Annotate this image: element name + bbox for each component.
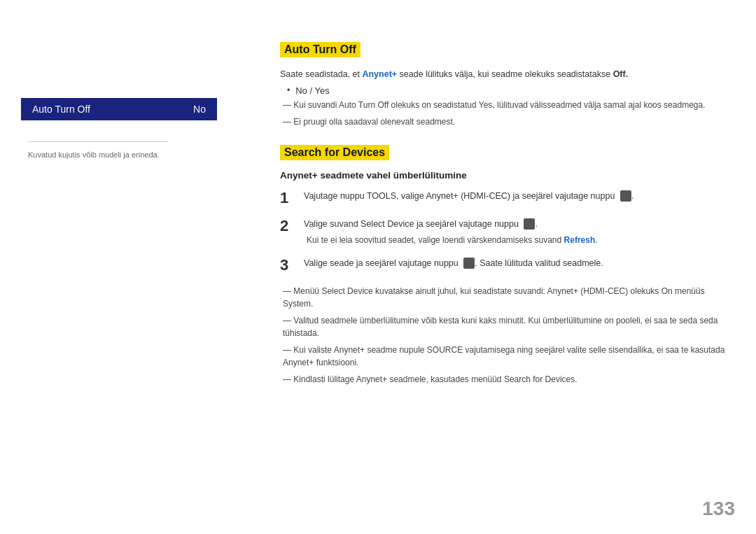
menu-item-label: Auto Turn Off <box>32 104 90 115</box>
section-heading-auto-turn-off: Auto Turn Off <box>280 42 360 57</box>
section-auto-turn-off: Auto Turn Off Saate seadistada, et Anyne… <box>280 42 728 128</box>
note3-source: SOURCE <box>427 345 463 355</box>
sidebar: Auto Turn Off No Kuvatud kujutis võib mu… <box>0 0 266 534</box>
menu-item-auto-turn-off[interactable]: Auto Turn Off No <box>21 98 217 120</box>
button-icon-2 <box>524 218 535 230</box>
step-1-content: Vajutage nuppu TOOLS, valige Anynet+ (HD… <box>304 189 728 203</box>
menu-item-value: No <box>193 104 206 115</box>
note1-system: System <box>283 299 311 309</box>
section-search-devices: Search for Devices Anynet+ seadmete vahe… <box>280 145 728 386</box>
step-1-number: 1 <box>280 189 294 207</box>
note-4: Kindlasti lülitage Anynet+ seadmele, kas… <box>283 373 728 386</box>
step-2: 2 Valige suvand Select Device ja seejäre… <box>280 217 728 246</box>
note1-on: On <box>662 286 673 296</box>
note4-anynet: Anynet+ <box>356 374 387 384</box>
section-heading-search-devices: Search for Devices <box>280 145 389 160</box>
subsection-heading: Anynet+ seadmete vahel ümberlülitumine <box>280 170 728 181</box>
page-number: 133 <box>702 498 735 520</box>
button-icon-1 <box>620 190 631 202</box>
step-2-content: Valige suvand Select Device ja seejärel … <box>304 217 728 246</box>
bullet-no-yes-text: No / Yes <box>295 85 329 96</box>
select-device-label: Select Device <box>360 219 414 229</box>
bullet-dot: • <box>287 85 290 95</box>
button-icon-3 <box>463 258 475 269</box>
anynet-hdmi-label: Anynet+ (HDMI-CEC) <box>426 191 510 201</box>
note1-anynet-hdmi: Anynet+ (HDMI-CEC) <box>547 286 629 296</box>
step-1: 1 Vajutage nuppu TOOLS, valige Anynet+ (… <box>280 189 728 207</box>
bullet-no-yes: • No / Yes <box>287 85 728 96</box>
note4-search: Search for Devices <box>504 374 575 384</box>
page-container: Auto Turn Off No Kuvatud kujutis võib mu… <box>0 0 756 534</box>
main-content: Auto Turn Off Saate seadistada, et Anyne… <box>266 0 756 534</box>
intro-text: Saate seadistada, et Anynet+ seade lülit… <box>280 67 728 81</box>
note-unavailable: Ei pruugi olla saadaval olenevalt seadme… <box>283 115 728 128</box>
step-3-number: 3 <box>280 256 294 274</box>
auto-turn-off-note-label: Auto Turn Off <box>339 100 388 110</box>
step-3-content: Valige seade ja seejärel vajutage nuppu … <box>304 256 728 270</box>
off-label: Off. <box>613 69 629 79</box>
sidebar-divider <box>28 141 168 142</box>
note1-select-device: Select Device <box>321 286 372 296</box>
step-3: 3 Valige seade ja seejärel vajutage nupp… <box>280 256 728 274</box>
notes-section: Menüü Select Device kuvatakse ainult juh… <box>280 285 728 386</box>
note-2: Valitud seadmele ümberlülitumine võib ke… <box>283 314 728 339</box>
anynet-highlight: Anynet+ <box>362 69 397 79</box>
sidebar-note: Kuvatud kujutis võib mudeli ja erineda. <box>28 150 160 159</box>
step-2-sub-note: Kui te ei leia soovitud seadet, valige l… <box>307 234 728 246</box>
note-3: Kui valiste Anynet+ seadme nupule SOURCE… <box>283 344 728 369</box>
note-1: Menüü Select Device kuvatakse ainult juh… <box>283 285 728 310</box>
tools-label: TOOLS <box>367 191 396 201</box>
step-2-number: 2 <box>280 217 294 235</box>
refresh-label: Refresh <box>564 235 596 245</box>
note-auto-turn-off: Kui suvandi Auto Turn Off olekuks on sea… <box>283 99 728 111</box>
yes-label: Yes <box>479 100 493 110</box>
note3-anynet: Anynet+ <box>283 358 314 367</box>
